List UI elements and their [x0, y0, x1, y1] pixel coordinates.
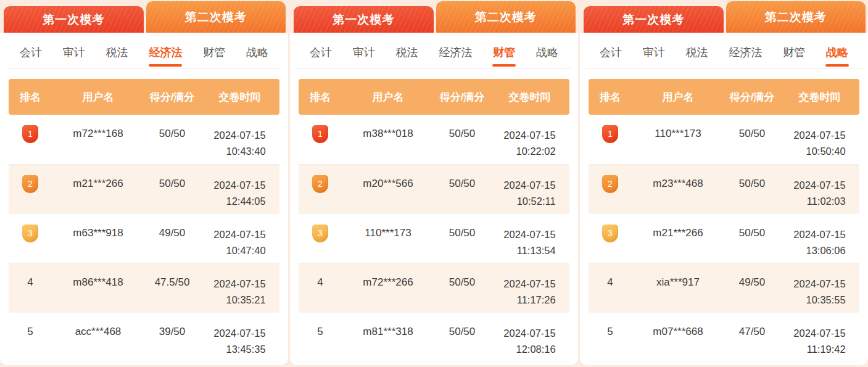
submit-date-line: 2024-07-15 [503, 128, 555, 144]
rank-cell: 5 [589, 313, 632, 361]
subject-tab-5[interactable]: 财管 [783, 45, 805, 68]
score-cell: 47/50 [724, 313, 780, 361]
rank-cell: 1 [9, 115, 52, 164]
submit-time-cell: 2024-07-15 10:22:02 [490, 115, 569, 164]
header-submit-time: 交卷时间 [200, 90, 279, 104]
submit-clock-line: 11:17:26 [503, 292, 555, 308]
score-cell: 50/50 [434, 263, 490, 312]
rank-cell: 3 [589, 214, 632, 263]
ranking-table: 排名 用户名 得分/满分 交卷时间 1 m72***168 50/50 2024… [9, 79, 279, 361]
panel-card: 会计审计税法经济法财管战略 排名 用户名 得分/满分 交卷时间 1 110***… [580, 33, 868, 365]
tab-second-mock-exam[interactable]: 第二次模考 [726, 1, 866, 33]
subject-tab-4[interactable]: 经济法 [149, 45, 182, 68]
submit-date-line: 2024-07-15 [793, 276, 845, 292]
submit-time-cell: 2024-07-15 10:35:55 [780, 263, 859, 312]
username-cell: m72***266 [342, 263, 434, 312]
username-cell: m72***168 [52, 115, 144, 164]
subject-tab-3[interactable]: 税法 [396, 45, 418, 68]
subject-tab-3[interactable]: 税法 [686, 45, 708, 68]
rank-badge-icon: 1 [22, 125, 38, 143]
submit-time-cell: 2024-07-15 10:50:40 [780, 115, 859, 164]
submit-time-cell: 2024-07-15 10:52:11 [490, 165, 569, 213]
score-cell: 50/50 [144, 165, 200, 213]
rank-badge-icon: 3 [602, 225, 618, 242]
score-cell: 50/50 [434, 313, 490, 361]
score-cell: 50/50 [144, 115, 200, 164]
username-cell: m21***266 [632, 214, 724, 263]
rank-cell: 4 [9, 263, 52, 312]
subject-tab-1[interactable]: 会计 [20, 45, 42, 68]
username-cell: m23***468 [632, 165, 724, 213]
submit-time-cell: 2024-07-15 11:02:03 [780, 165, 859, 213]
submit-time-block: 2024-07-15 10:35:21 [213, 276, 265, 308]
rank-badge-icon: 2 [22, 175, 38, 193]
table-row: 3 m21***266 50/50 2024-07-15 13:06:06 [589, 213, 859, 263]
subject-tab-1[interactable]: 会计 [600, 45, 622, 68]
subject-tab-5[interactable]: 财管 [203, 45, 225, 68]
rank-number: 5 [27, 326, 33, 337]
submit-clock-line: 10:35:55 [793, 292, 845, 308]
rank-cell: 2 [589, 165, 632, 213]
tab-second-mock-exam[interactable]: 第二次模考 [436, 1, 576, 33]
rank-cell: 4 [299, 263, 342, 312]
submit-date-line: 2024-07-15 [213, 276, 265, 292]
table-row: 4 m72***266 50/50 2024-07-15 11:17:26 [299, 263, 569, 312]
subject-tab-5[interactable]: 财管 [493, 45, 515, 68]
username-cell: m63***918 [52, 214, 144, 263]
subject-tab-1[interactable]: 会计 [310, 45, 332, 68]
submit-clock-line: 11:02:03 [793, 194, 845, 210]
header-score: 得分/满分 [434, 90, 490, 104]
tab-first-mock-exam[interactable]: 第一次模考 [294, 6, 434, 33]
table-body: 1 m72***168 50/50 2024-07-15 10:43:40 2 … [9, 115, 279, 361]
header-username: 用户名 [52, 90, 144, 104]
subject-tab-2[interactable]: 审计 [353, 45, 375, 68]
rank-number: 5 [317, 326, 323, 337]
rank-cell: 2 [9, 165, 52, 213]
submit-time-block: 2024-07-15 12:08:16 [503, 326, 555, 357]
score-cell: 50/50 [434, 214, 490, 263]
submit-clock-line: 11:19:42 [793, 342, 845, 358]
subject-tab-6[interactable]: 战略 [826, 45, 848, 68]
submit-time-block: 2024-07-15 13:06:06 [793, 227, 845, 258]
submit-clock-line: 12:44:05 [213, 194, 265, 210]
tab-second-mock-exam[interactable]: 第二次模考 [146, 1, 286, 33]
subject-tabs: 会计审计税法经济法财管战略 [586, 33, 862, 69]
header-score: 得分/满分 [144, 90, 200, 104]
subject-tab-3[interactable]: 税法 [106, 45, 128, 68]
score-cell: 39/50 [144, 313, 200, 361]
subject-tab-2[interactable]: 审计 [643, 45, 665, 68]
tab-first-mock-exam[interactable]: 第一次模考 [584, 6, 724, 33]
submit-time-cell: 2024-07-15 10:47:40 [200, 214, 279, 263]
username-cell: m20***566 [342, 165, 434, 213]
rank-cell: 3 [9, 214, 52, 263]
subject-tab-2[interactable]: 审计 [63, 45, 85, 68]
subject-tab-6[interactable]: 战略 [536, 45, 558, 68]
table-row: 1 m72***168 50/50 2024-07-15 10:43:40 [9, 115, 279, 164]
table-header-row: 排名 用户名 得分/满分 交卷时间 [299, 79, 569, 115]
subject-tab-4[interactable]: 经济法 [729, 45, 762, 68]
submit-date-line: 2024-07-15 [213, 178, 265, 194]
submit-date-line: 2024-07-15 [503, 178, 555, 194]
submit-time-block: 2024-07-15 10:22:02 [503, 128, 555, 159]
table-row: 1 110***173 50/50 2024-07-15 10:50:40 [589, 115, 859, 164]
submit-date-line: 2024-07-15 [503, 227, 555, 243]
submit-date-line: 2024-07-15 [503, 326, 555, 342]
submit-time-cell: 2024-07-15 12:08:16 [490, 313, 569, 361]
submit-clock-line: 10:50:40 [793, 144, 845, 160]
exam-tabs: 第一次模考 第二次模考 [580, 0, 868, 33]
submit-time-cell: 2024-07-15 11:17:26 [490, 263, 569, 312]
submit-time-block: 2024-07-15 11:02:03 [793, 178, 845, 209]
rank-cell: 1 [299, 115, 342, 164]
subject-tab-4[interactable]: 经济法 [439, 45, 472, 68]
table-row: 5 acc***468 39/50 2024-07-15 13:45:35 [9, 312, 279, 361]
score-cell: 50/50 [724, 165, 780, 213]
score-cell: 47.5/50 [144, 263, 200, 312]
submit-time-block: 2024-07-15 13:45:35 [213, 326, 265, 357]
tab-first-mock-exam[interactable]: 第一次模考 [4, 6, 144, 33]
subject-tab-6[interactable]: 战略 [246, 45, 268, 68]
username-cell: m38***018 [342, 115, 434, 164]
table-body: 1 110***173 50/50 2024-07-15 10:50:40 2 … [589, 115, 859, 361]
submit-time-cell: 2024-07-15 13:45:35 [200, 313, 279, 361]
submit-clock-line: 13:45:35 [213, 342, 265, 358]
username-cell: m07***668 [632, 313, 724, 361]
